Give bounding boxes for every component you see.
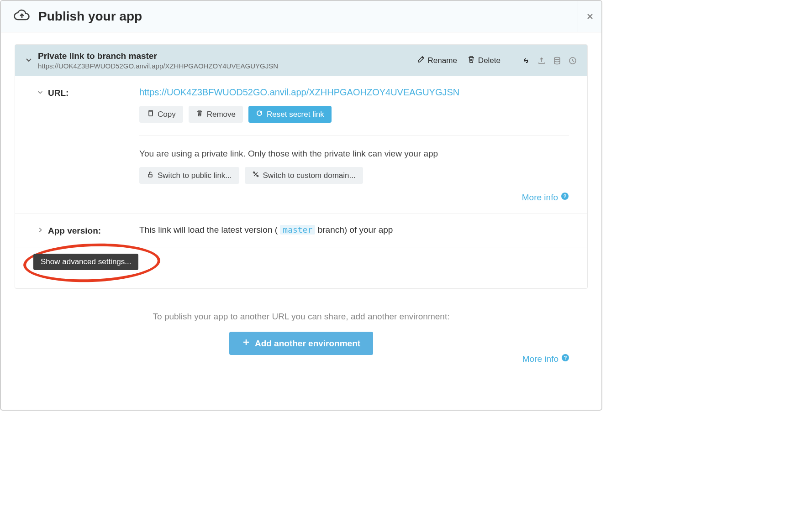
publish-dialog: Publish your app Private link to branch …: [0, 0, 602, 411]
svg-text:?: ?: [564, 355, 567, 360]
switch-custom-label: Switch to custom domain...: [263, 171, 356, 180]
version-desc-suffix: branch) of your app: [318, 225, 393, 235]
remove-label: Remove: [207, 110, 236, 119]
environment-card: Private link to branch master https://UO…: [15, 44, 588, 289]
footer-more-info-link[interactable]: More info ?: [522, 354, 569, 364]
chevron-down-icon[interactable]: [37, 87, 48, 97]
switch-public-link-button[interactable]: Switch to public link...: [139, 167, 239, 184]
svg-rect-3: [148, 174, 152, 177]
delete-label: Delete: [478, 56, 501, 65]
switch-public-label: Switch to public link...: [158, 171, 232, 180]
question-circle-icon: ?: [561, 354, 569, 364]
url-section: URL: https://UOK4Z3BFWUOD52GO.anvil.app/…: [15, 76, 587, 214]
question-circle-icon: ?: [561, 192, 569, 203]
trash-icon: [467, 55, 475, 66]
reset-label: Reset secret link: [267, 110, 324, 119]
more-info-label: More info: [522, 193, 558, 203]
close-button[interactable]: [578, 1, 601, 32]
advanced-settings-area: Show advanced settings...: [15, 247, 587, 288]
copy-icon: [147, 110, 154, 119]
reset-secret-link-button[interactable]: Reset secret link: [248, 106, 332, 123]
environment-header: Private link to branch master https://UO…: [15, 45, 587, 76]
cloud-upload-icon: [14, 9, 30, 24]
delete-button[interactable]: Delete: [467, 55, 501, 66]
footer-section: To publish your app to another URL you c…: [15, 289, 588, 373]
clock-icon: [568, 56, 577, 65]
privacy-description: You are using a private link. Only those…: [139, 149, 569, 159]
refresh-icon: [256, 110, 263, 119]
database-icon: [553, 56, 562, 65]
svg-rect-2: [149, 112, 153, 116]
header-actions: Rename Delete: [417, 55, 577, 66]
more-info-label: More info: [522, 354, 558, 364]
environment-title: Private link to branch master: [38, 51, 417, 61]
add-environment-button[interactable]: Add another environment: [229, 332, 373, 355]
svg-text:?: ?: [564, 193, 567, 199]
url-more-info-link[interactable]: More info ?: [522, 192, 569, 203]
dialog-content: Private link to branch master https://UO…: [1, 32, 601, 373]
app-url-link[interactable]: https://UOK4Z3BFWUOD52GO.anvil.app/XZHHP…: [139, 87, 459, 98]
app-version-section: App version: This link will load the lat…: [15, 214, 587, 247]
copy-url-button[interactable]: Copy: [139, 106, 183, 123]
url-value-area: https://UOK4Z3BFWUOD52GO.anvil.app/XZHHP…: [139, 87, 569, 203]
trash-icon: [196, 110, 203, 119]
dialog-header: Publish your app: [1, 1, 601, 32]
footer-description: To publish your app to another URL you c…: [33, 312, 569, 322]
unlock-icon: [147, 171, 154, 180]
add-env-label: Add another environment: [255, 339, 360, 349]
copy-label: Copy: [158, 110, 176, 119]
rename-button[interactable]: Rename: [417, 55, 457, 66]
tools-icon: [252, 171, 259, 180]
chevron-right-icon[interactable]: [37, 225, 48, 235]
upload-icon: [537, 56, 546, 65]
svg-point-0: [554, 57, 560, 59]
remove-url-button[interactable]: Remove: [189, 106, 243, 123]
show-advanced-settings-button[interactable]: Show advanced settings...: [33, 254, 138, 270]
environment-titles: Private link to branch master https://UO…: [38, 51, 417, 70]
chevron-down-icon[interactable]: [25, 56, 32, 65]
app-version-value: This link will load the latest version (…: [139, 225, 569, 235]
pencil-icon: [417, 55, 425, 66]
dialog-title: Publish your app: [38, 9, 142, 24]
version-desc-prefix: This link will load the latest version (: [139, 225, 278, 235]
url-label: URL:: [48, 87, 139, 98]
header-status-icons: [522, 56, 577, 65]
link-icon: [522, 56, 531, 65]
environment-subtitle-url: https://UOK4Z3BFWUOD52GO.anvil.app/XZHHP…: [38, 62, 417, 70]
switch-custom-domain-button[interactable]: Switch to custom domain...: [245, 167, 363, 184]
plus-icon: [242, 338, 250, 349]
rename-label: Rename: [428, 56, 457, 65]
branch-chip: master: [280, 225, 315, 235]
app-version-label: App version:: [48, 225, 139, 236]
